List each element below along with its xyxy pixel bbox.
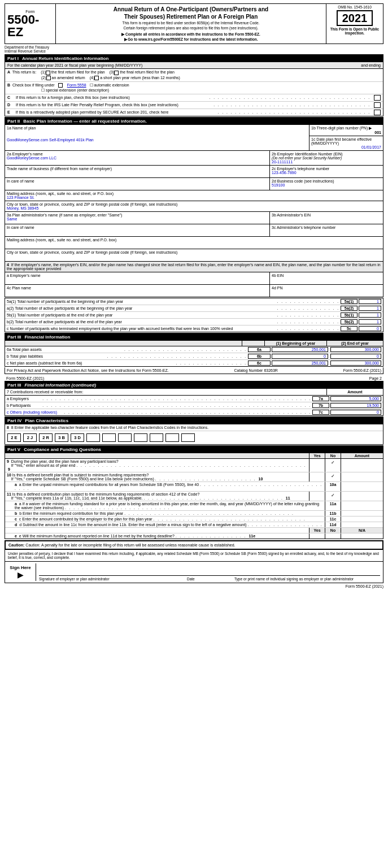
row-11a-text: a a If a waiver of the minimum funding s… [13,501,325,510]
page2-header: Form 5500-EZ (2021) Page 2 [5,376,383,381]
row-9-no: ✓ [325,459,341,472]
row-3b-block: 3b Administrator's EIN [270,212,383,224]
yes-col-header: Yes [309,453,325,458]
row-2d-block: 2d Business code (see instructions) 5191… [270,178,383,190]
row-11e-no-val [325,533,341,539]
part1-header: Part I Annual Return Identification Info… [5,55,383,62]
code-2e: 2 E [7,433,21,442]
row-10-yes [309,472,325,481]
form-subtitle1: This form is required to be filed under … [59,20,322,25]
row-4-text: 4 If the employer's name, the employer's… [5,262,383,272]
row-7a: a Employers . . . . . . . . . . . . . . … [5,396,383,402]
row-11-text: 11 Is this a defined contribution plan s… [5,492,309,501]
form-number: 5500-EZ [7,14,53,38]
row-9: 9 During the plan year, did the plan hav… [5,459,383,472]
form-instruction2: ▶ Go to www.irs.gov/Form5500EZ for instr… [59,37,322,42]
code-blank1 [86,433,100,442]
sign-fields: Signature of employer or plan administra… [39,563,380,581]
part3-col-headers: (1) Beginning of year (2) End of year [5,341,383,346]
row-4a-4b: a Employer's name 4b EIN [5,272,383,285]
row-a-4: (4)a short plan year return (less than 1… [90,76,180,80]
row-1c: 1c Date plan first became effective (MM/… [309,136,383,150]
row-11e-header: Yes No N/A [5,528,383,533]
row-d-box[interactable] [374,102,381,108]
form-header: Form 5500-EZ Annual Return of A One-Part… [5,3,383,44]
row-5b2: b(2) Total number of active participants… [5,319,383,326]
row-a-2: (2)an amended return [41,76,85,80]
row-11e-na-header: N/A [341,528,383,533]
row-5a2: a(2) Total number of active participants… [5,305,383,312]
caution-box: Caution: Caution: A penalty for the late… [5,540,383,550]
form-title-line1: Annual Return of A One-Participant (Owne… [59,6,322,20]
tax-year: 2021 [337,10,373,26]
row-11-yes [309,492,325,501]
row-e-box[interactable] [374,110,381,115]
form-title-block: Annual Return of A One-Participant (Owne… [56,4,326,44]
row-11c: c c Enter the amount contributed by the … [5,517,383,522]
row-10a-ref: 10a [325,482,341,491]
code-3b: 3 B [55,433,68,442]
row-c-box[interactable] [374,95,381,101]
part5-section: Part V Compliance and Funding Questions … [5,445,383,539]
row-11b-text: b b Enter the minimum required contribut… [13,511,325,516]
form-instruction1: ▶ Complete all entries in accordance wit… [59,32,322,37]
date-label: Date [187,577,232,581]
code-blank2 [102,433,116,442]
part3-header: Part III Financial Information [5,333,383,341]
open-to-public: This Form is Open to Public Inspection. [329,27,381,35]
row-3c-block: 3c Administrator's telephone number [270,224,383,236]
sign-here-label: Sign Here ▶ [8,563,36,581]
in-care-admin-block: In care of name [5,224,270,236]
row-9-text: 9 During the plan year, did the plan hav… [5,459,309,472]
part1-section: Part I Annual Return Identification Info… [5,54,383,116]
code-blank4 [134,433,147,442]
form-subtitle2: Certain foreign retirement plans are als… [59,25,322,31]
row-10-text: 10 Is this a defined benefit plan that i… [5,472,309,481]
perjury-text: Under penalties of perjury, I declare th… [5,550,383,562]
code-2j: 2 J [23,433,37,442]
row-6a: 6a Total plan assets . . . . . . . . . .… [5,346,383,353]
row-4a-block: a Employer's name [5,272,270,284]
admin-mailing-row: Mailing address (room, apt., suite no. a… [5,237,383,249]
row-11e: e e Will the minimum funding amount repo… [5,533,383,539]
code-blank6 [165,433,179,442]
sign-labels-row: Signature of employer or plan administra… [39,577,380,581]
participants-section: 5a(1) Total number of participants at th… [5,298,383,332]
row-11e-yes-val [309,533,325,539]
row-1a-block: 1a Name of plan GoodMoneySense.com Self-… [5,125,309,150]
row-11d: d d Subtract the amount in line 11c from… [5,522,383,528]
row-11d-amount [341,522,383,527]
in-care-block: In care of name [5,178,270,190]
row-11b-amount [341,511,383,516]
sig-label: Signature of employer or plan administra… [39,577,185,581]
form-number-block: Form 5500-EZ [5,4,56,44]
row-d: D If this return is for the IRS Late Fil… [5,102,383,109]
row-6b: b Total plan liabilities . . . . . . . .… [5,353,383,360]
code-3d: 3 D [71,433,84,442]
row-1b: 1b Three-digit plan number (PN) ▶ 001 [309,125,383,136]
city-row: City or town, state or province, country… [5,201,383,212]
row-11e-text: e e Will the minimum funding amount repo… [13,533,309,539]
row-2b-block: 2b Employer Identification Number (EIN) … [270,151,383,165]
row-incare-admin-3c: In care of name 3c Administrator's telep… [5,224,383,237]
row-10a-text: a a Enter the unpaid minimum required co… [13,482,325,491]
row-3a-block: 3a Plan administrator's name (if same as… [5,212,270,224]
row-a: A This return is: (1)the first return fi… [5,69,383,81]
row-2a-2b: 2a Employer's name GoodMoneySense.com LL… [5,151,383,166]
row-10a: a a Enter the unpaid minimum required co… [5,482,383,492]
type-label: Type or print name of individual signing… [234,577,380,581]
row-11c-ref: 11c [325,517,341,522]
row-e: E If this is a retroactively adopted pla… [5,109,383,116]
amount-col-header: Amount [341,453,383,458]
yn-header-row: Yes No Amount [5,453,383,459]
row-11b: b b Enter the minimum required contribut… [5,511,383,517]
row-10a-amount [341,482,383,491]
row-a-3: (3)the final return filed for the plan [110,70,175,75]
row-11c-amount [341,517,383,522]
row-11d-ref: 11d [325,522,341,527]
row-8-label: 8 8 Enter the applicable two-character f… [5,424,383,431]
page2-footer: Form 5500-EZ (2021) [5,584,383,588]
code-blank5 [150,433,163,442]
dept-left: Department of the Treasury Internal Reve… [5,45,49,53]
part2-header: Part II Basic Plan Information — enter a… [5,118,383,125]
